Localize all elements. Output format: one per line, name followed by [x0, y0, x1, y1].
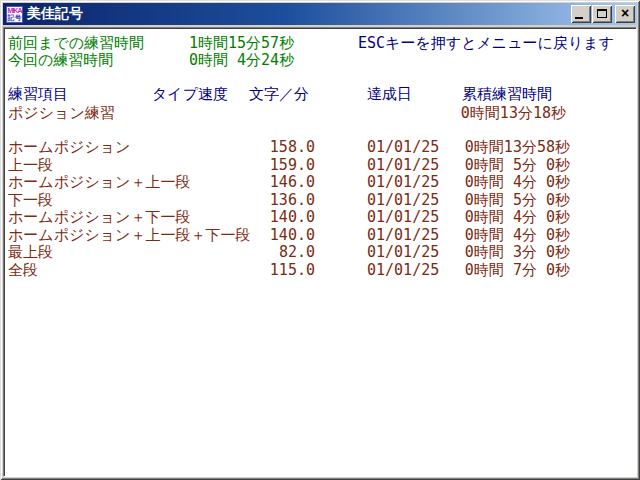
category-cumulative-time: 0時間13分18秒: [432, 105, 566, 121]
content-area: 前回までの練習時間 1時間15分57秒 ESCキーを押すとメニューに戻ります 今…: [3, 27, 637, 477]
row-cumulative-time: 0時間 7分 0秒: [437, 262, 570, 278]
row-type-speed: 140.0: [264, 209, 315, 225]
header-speed: タイプ速度: [152, 86, 228, 102]
row-cumulative-time: 0時間 4分 0秒: [437, 209, 570, 225]
row-type-speed: 140.0: [264, 227, 315, 243]
table-row: 最上段 82.0 01/01/25 0時間 3分 0秒: [4, 244, 636, 262]
row-achieved-date: 01/01/25: [367, 244, 433, 260]
app-icon[interactable]: MIKA 記号: [6, 6, 23, 23]
header-unit: 文字／分: [249, 86, 309, 102]
table-row: 上一段 159.0 01/01/25 0時間 5分 0秒: [4, 157, 636, 175]
row-type-speed: 159.0: [264, 157, 315, 173]
row-item-name: ホームポジション: [8, 139, 264, 155]
minimize-icon: [575, 17, 583, 19]
row-item-name: 最上段: [8, 244, 264, 260]
row-cumulative-time: 0時間 3分 0秒: [437, 244, 570, 260]
row-item-name: 全段: [8, 262, 264, 278]
maximize-icon: [597, 9, 607, 18]
window-controls: ×: [571, 5, 635, 23]
title-bar[interactable]: MIKA 記号 美佳記号 ×: [3, 3, 637, 25]
row-achieved-date: 01/01/25: [367, 209, 433, 225]
row-type-speed: 136.0: [264, 192, 315, 208]
row-achieved-date: 01/01/25: [367, 157, 433, 173]
row-cumulative-time: 0時間 5分 0秒: [437, 157, 570, 173]
category-label: ポジション練習: [8, 105, 115, 121]
table-row: ホームポジション＋上一段 146.0 01/01/25 0時間 4分 0秒: [4, 174, 636, 192]
header-date: 達成日: [367, 86, 412, 102]
row-achieved-date: 01/01/25: [367, 174, 433, 190]
previous-time-value: 1時間15分57秒: [189, 35, 294, 51]
row-item-name: ホームポジション＋下一段: [8, 209, 264, 225]
table-row: ホームポジション＋上一段＋下一段 140.0 01/01/25 0時間 4分 0…: [4, 227, 636, 245]
close-icon: ×: [615, 5, 635, 23]
table-row: 下一段 136.0 01/01/25 0時間 5分 0秒: [4, 192, 636, 210]
header-item: 練習項目: [8, 86, 68, 102]
row-cumulative-time: 0時間 5分 0秒: [437, 192, 570, 208]
app-window: MIKA 記号 美佳記号 × 前回までの練習時間 1時間15分57秒 ESCキー…: [0, 0, 640, 480]
row-achieved-date: 01/01/25: [367, 227, 433, 243]
row-cumulative-time: 0時間13分58秒: [437, 139, 570, 155]
minimize-button[interactable]: [571, 5, 591, 23]
previous-time-line: 前回までの練習時間 1時間15分57秒 ESCキーを押すとメニューに戻ります: [4, 35, 636, 52]
esc-hint: ESCキーを押すとメニューに戻ります: [358, 35, 614, 51]
row-item-name: ホームポジション＋上一段: [8, 174, 264, 190]
row-type-speed: 115.0: [264, 262, 315, 278]
row-type-speed: 146.0: [264, 174, 315, 190]
window-title: 美佳記号: [27, 5, 571, 23]
app-icon-text-top: MIKA: [7, 7, 22, 14]
row-item-name: 下一段: [8, 192, 264, 208]
row-cumulative-time: 0時間 4分 0秒: [437, 227, 570, 243]
category-row: ポジション練習 0時間13分18秒: [4, 105, 636, 122]
row-achieved-date: 01/01/25: [367, 139, 433, 155]
header-cumulative: 累積練習時間: [462, 86, 552, 102]
table-header-row: 練習項目 タイプ速度 文字／分 達成日 累積練習時間: [4, 86, 636, 103]
row-type-speed: 82.0: [264, 244, 315, 260]
current-time-value: 0時間 4分24秒: [189, 52, 294, 68]
row-item-name: ホームポジション＋上一段＋下一段: [8, 227, 264, 243]
row-achieved-date: 01/01/25: [367, 192, 433, 208]
previous-time-label: 前回までの練習時間: [8, 35, 144, 51]
table-row: ホームポジション＋下一段 140.0 01/01/25 0時間 4分 0秒: [4, 209, 636, 227]
current-time-line: 今回の練習時間 0時間 4分24秒: [4, 52, 636, 69]
row-cumulative-time: 0時間 4分 0秒: [437, 174, 570, 190]
close-button[interactable]: ×: [615, 5, 635, 23]
current-time-label: 今回の練習時間: [8, 52, 113, 68]
maximize-button[interactable]: [592, 5, 612, 23]
row-item-name: 上一段: [8, 157, 264, 173]
app-icon-text-bottom: 記号: [7, 14, 22, 22]
row-achieved-date: 01/01/25: [367, 262, 433, 278]
stats-rows: ホームポジション 158.0 01/01/25 0時間13分58秒 上一段 15…: [4, 139, 636, 279]
table-row: ホームポジション 158.0 01/01/25 0時間13分58秒: [4, 139, 636, 157]
table-row: 全段 115.0 01/01/25 0時間 7分 0秒: [4, 262, 636, 280]
row-type-speed: 158.0: [264, 139, 315, 155]
